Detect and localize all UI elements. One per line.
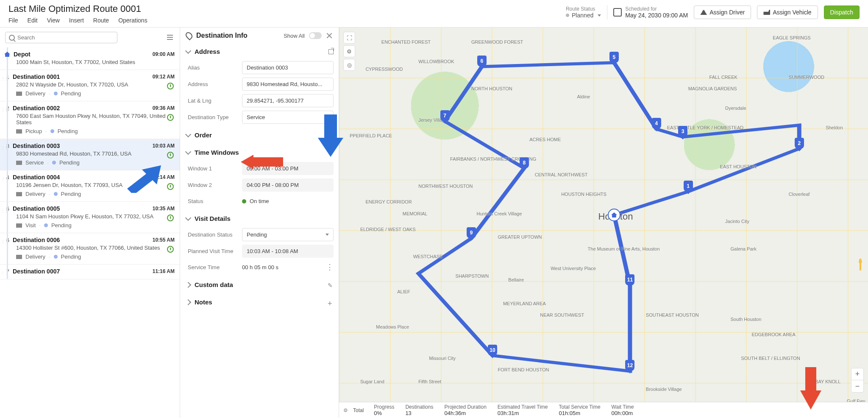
stop-item[interactable]: 1Destination 000109:12 AM 2802 N Wayside…: [0, 70, 180, 101]
section-address[interactable]: Address: [186, 44, 337, 59]
map-marker[interactable]: 3: [678, 126, 687, 137]
stop-item[interactable]: Depot09:00 AM 1000 Main St, Houston, TX …: [0, 47, 180, 70]
depot-icon: [4, 52, 10, 57]
stop-status: Pending: [58, 128, 78, 134]
stops-list[interactable]: Depot09:00 AM 1000 Main St, Houston, TX …: [0, 47, 180, 418]
assign-vehicle-button[interactable]: Assign Vehicle: [757, 6, 818, 19]
map[interactable]: Houston CYPRESSWOODENCHANTED FORESTGREEN…: [339, 28, 868, 418]
target-icon[interactable]: ◎: [343, 59, 355, 71]
drag-handle-icon[interactable]: [1, 238, 3, 242]
dest-status-select[interactable]: Pending: [242, 228, 334, 241]
window2-field: 04:00 PM - 08:00 PM: [242, 178, 334, 192]
map-area-label: Galena Park: [731, 246, 757, 251]
person-icon: [700, 10, 707, 15]
route-status-value: Planned: [572, 12, 593, 19]
footer-stat: Projected Duration04h:36m: [444, 404, 486, 416]
green-dot-icon: [242, 199, 246, 203]
stop-name: Destination 0001: [13, 73, 60, 80]
stop-item[interactable]: 2Destination 000209:36 AM 7600 East Sam …: [0, 101, 180, 139]
stop-status: Pending: [61, 254, 81, 260]
latlng-field[interactable]: 29.854271, -95.300177: [242, 94, 334, 107]
stop-address: 1000 Main St, Houston, TX 77002, United …: [16, 59, 175, 65]
dots-vertical-icon[interactable]: ⋮: [326, 265, 334, 269]
drag-handle-icon[interactable]: [1, 106, 3, 111]
sort-icon[interactable]: [167, 35, 175, 41]
map-area-label: FALL CREEK: [709, 75, 737, 80]
map-area-label: Fifth Street: [418, 379, 441, 384]
map-area-label: GREENWOOD FOREST: [471, 39, 523, 45]
gear-icon[interactable]: ⚙: [343, 407, 348, 413]
zoom-out-button[interactable]: −: [851, 380, 863, 392]
section-visit-details[interactable]: Visit Details: [186, 211, 337, 226]
plus-icon[interactable]: +: [328, 299, 334, 305]
search-input[interactable]: [17, 34, 114, 41]
map-area-label: SOUTH BELT / ELLINGTON: [741, 356, 800, 361]
detail-title: Destination Info: [196, 32, 248, 39]
map-marker[interactable]: 1: [684, 181, 693, 192]
section-custom-data[interactable]: Custom data ✎: [186, 277, 337, 293]
close-icon[interactable]: [326, 32, 333, 39]
depot-marker[interactable]: [608, 209, 620, 221]
menu-operations[interactable]: Operations: [118, 17, 147, 24]
map-marker[interactable]: 8: [520, 157, 529, 168]
drag-handle-icon[interactable]: [1, 207, 3, 211]
route-status[interactable]: Route Status Planned: [566, 6, 601, 19]
footer-stat: Progress0%: [374, 404, 394, 416]
menu-insert[interactable]: Insert: [69, 17, 84, 24]
status-dot-icon: [566, 14, 569, 17]
stop-item[interactable]: 7Destination 000711:16 AM: [0, 265, 180, 279]
map-marker[interactable]: 2: [795, 138, 804, 149]
search-box[interactable]: [5, 32, 117, 43]
map-marker[interactable]: 6: [477, 56, 487, 67]
map-area-label: Missouri City: [429, 356, 456, 361]
assign-driver-button[interactable]: Assign Driver: [694, 6, 751, 19]
map-marker[interactable]: 12: [625, 360, 634, 371]
zoom-in-button[interactable]: +: [851, 368, 863, 380]
pencil-icon[interactable]: ✎: [328, 282, 334, 288]
map-marker[interactable]: 9: [467, 227, 476, 238]
fullscreen-icon[interactable]: ⛶: [343, 32, 355, 44]
drag-handle-icon[interactable]: [1, 144, 3, 148]
map-area-label: Hunters Creek Village: [476, 211, 522, 216]
section-order[interactable]: Order: [186, 127, 337, 143]
service-time-field: 00 h 05 m 00 s: [242, 261, 326, 273]
menu-view[interactable]: View: [47, 17, 60, 24]
stop-item[interactable]: 5Destination 000510:35 AM 1104 N Sam Hou…: [0, 202, 180, 233]
gear-icon[interactable]: ⚙: [343, 45, 355, 57]
map-area-label: West University Place: [551, 266, 596, 271]
stop-item[interactable]: 6Destination 000610:55 AM 14300 Holliste…: [0, 233, 180, 265]
menu-edit[interactable]: Edit: [28, 17, 38, 24]
alias-field[interactable]: Destination 0003: [242, 61, 334, 74]
map-marker[interactable]: 4: [652, 118, 661, 129]
map-marker[interactable]: 11: [625, 274, 634, 285]
dispatch-button[interactable]: Dispatch: [824, 6, 860, 19]
external-link-icon[interactable]: [328, 49, 334, 54]
address-field[interactable]: 9830 Homestead Rd, Housto...: [242, 78, 334, 91]
drag-handle-icon[interactable]: [1, 176, 3, 180]
stop-time: 11:16 AM: [153, 268, 175, 274]
search-icon: [9, 35, 15, 41]
section-notes[interactable]: Notes +: [186, 294, 337, 310]
stop-address: 9830 Homestead Rd, Houston, TX 77016, US…: [16, 150, 175, 157]
menu-route[interactable]: Route: [93, 17, 109, 24]
drag-handle-icon[interactable]: [1, 270, 3, 274]
map-area-label: Bellaire: [508, 277, 524, 282]
stop-time: 10:03 AM: [153, 143, 175, 149]
map-marker[interactable]: 10: [488, 345, 497, 356]
map-marker[interactable]: 7: [440, 110, 450, 121]
planned-visit-field: 10:03 AM - 10:08 AM: [242, 245, 334, 258]
footer-stat: Destinations13: [405, 404, 433, 416]
map-footer: ⚙ Total Progress0%Destinations13Projecte…: [339, 402, 868, 418]
map-area-label: NORTH HOUSTON: [471, 86, 512, 91]
show-all-toggle[interactable]: [309, 32, 322, 39]
menu-file[interactable]: File: [8, 17, 18, 24]
stop-time: 10:35 AM: [153, 206, 175, 212]
drag-handle-icon[interactable]: [1, 53, 3, 57]
scheduled-block[interactable]: Scheduled for May 24, 2030 09:00 AM: [613, 6, 688, 19]
time-window-icon: [167, 83, 174, 89]
tw-status: On time: [242, 195, 334, 207]
map-marker[interactable]: 5: [609, 52, 619, 63]
footer-stat: Wait Time00h:00m: [612, 404, 634, 416]
map-area-label: NORTHWEST HOUSTON: [418, 184, 473, 189]
drag-handle-icon[interactable]: [1, 75, 3, 79]
